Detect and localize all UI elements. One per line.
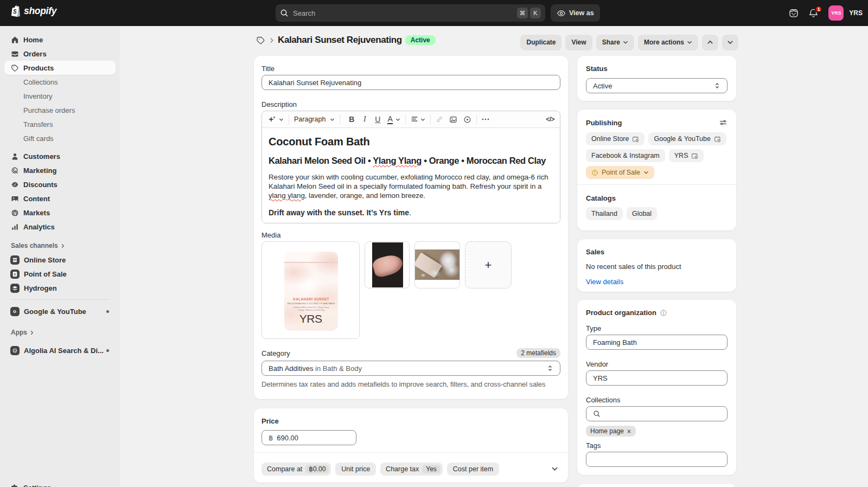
svg-text:G: G — [13, 309, 16, 314]
svg-text:$: $ — [15, 212, 17, 216]
svg-text:S: S — [14, 272, 16, 275]
svg-text:S: S — [13, 9, 17, 15]
